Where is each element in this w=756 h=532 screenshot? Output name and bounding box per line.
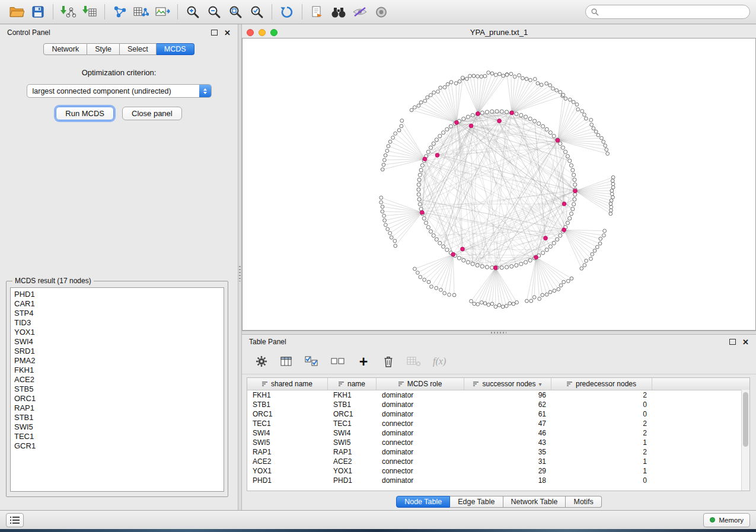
table-row[interactable]: SWI4SWI4dominator462 (247, 428, 749, 438)
table-header: shared namenameMCDS rolesuccessor nodes▾… (247, 378, 749, 390)
table-cell: SWI5 (247, 438, 328, 447)
run-mcds-button[interactable]: Run MCDS (56, 107, 114, 120)
tab-network-table[interactable]: Network Table (503, 496, 566, 508)
export-image-button[interactable] (152, 2, 173, 21)
table-cell: ORC1 (247, 410, 328, 418)
mcds-result-item[interactable]: FKH1 (14, 366, 220, 375)
import-network-from-file-button[interactable] (58, 2, 79, 21)
column-header-predecessor-nodes[interactable]: predecessor nodes (551, 378, 652, 390)
mcds-result-item[interactable]: ORC1 (14, 394, 220, 403)
show-hide-columns-button[interactable] (280, 354, 293, 369)
add-function-button[interactable]: + (357, 354, 370, 369)
float-panel-icon[interactable] (211, 30, 218, 36)
delete-selected-button[interactable] (382, 354, 395, 369)
mcds-result-list[interactable]: PHD1CAR1STP4TID3YOX1SWI4SRD1PMA2FKH1ACE2… (10, 287, 224, 492)
tab-select[interactable]: Select (120, 43, 157, 55)
mcds-result-item[interactable]: GCR1 (14, 441, 220, 451)
mcds-result-item[interactable]: STB5 (14, 384, 220, 394)
table-row[interactable]: ORC1ORC1dominator610 (247, 409, 749, 419)
scrollbar-thumb[interactable] (743, 392, 748, 447)
maximize-window-icon[interactable] (270, 29, 277, 36)
open-session-button[interactable] (6, 2, 27, 21)
new-network-from-table-button[interactable] (130, 2, 152, 21)
criterion-dropdown[interactable]: largest connected component (undirected) (27, 84, 212, 98)
refresh-arrows-icon (280, 5, 294, 19)
network-canvas[interactable] (242, 38, 756, 331)
binoculars-icon (330, 6, 347, 18)
zoom-out-button[interactable] (203, 2, 225, 21)
memory-button[interactable]: Memory (703, 513, 750, 527)
table-row[interactable]: PHD1PHD1dominator180 (247, 476, 749, 485)
hide-graphics-details-button[interactable] (349, 2, 371, 21)
new-network-button[interactable] (109, 2, 130, 21)
task-history-button[interactable] (6, 513, 24, 527)
table-row[interactable]: ACE2ACE2connector311 (247, 457, 749, 466)
zoom-in-button[interactable] (182, 2, 203, 21)
window-controls (247, 29, 277, 36)
tab-network[interactable]: Network (43, 43, 87, 55)
mcds-result-item[interactable]: PMA2 (14, 356, 220, 366)
mcds-result-item[interactable]: PHD1 (14, 290, 220, 299)
deselect-all-button[interactable] (331, 354, 345, 369)
mcds-result-item[interactable]: SRD1 (14, 347, 220, 356)
table-cell: ACE2 (247, 457, 328, 466)
mcds-result-item[interactable]: TID3 (14, 318, 220, 328)
node-table: shared namenameMCDS rolesuccessor nodes▾… (247, 377, 750, 491)
table-cell: dominator (377, 391, 464, 399)
column-header-mcds-role[interactable]: MCDS role (377, 378, 464, 390)
horizontal-splitter[interactable] (242, 331, 756, 335)
table-row[interactable]: STB1STB1dominator620 (247, 400, 749, 409)
search-network-button[interactable] (328, 2, 349, 21)
table-row[interactable]: RAP1RAP1dominator352 (247, 447, 749, 457)
mcds-result-item[interactable]: STP4 (14, 309, 220, 318)
table-row[interactable]: YOX1YOX1connector291 (247, 466, 749, 476)
mcds-result-item[interactable]: YOX1 (14, 328, 220, 337)
toolbar-separator (272, 4, 272, 20)
column-header-shared-name[interactable]: shared name (247, 378, 328, 390)
mcds-result-item[interactable]: SWI5 (14, 422, 220, 432)
mcds-result-item[interactable]: ACE2 (14, 375, 220, 384)
import-table-from-file-button[interactable] (79, 2, 100, 21)
copy-document-button[interactable] (307, 2, 328, 21)
zoom-fit-button[interactable] (225, 2, 246, 21)
mcds-result-item[interactable]: RAP1 (14, 403, 220, 413)
tab-style[interactable]: Style (87, 43, 120, 55)
column-header-successor-nodes[interactable]: successor nodes▾ (464, 378, 551, 390)
close-panel-button[interactable]: Close panel (122, 107, 182, 120)
save-session-button[interactable] (27, 2, 49, 21)
table-cell: dominator (377, 400, 464, 409)
table-cell: SWI4 (247, 429, 328, 437)
close-panel-icon[interactable]: ✕ (742, 338, 749, 346)
vertical-splitter[interactable] (238, 24, 242, 510)
show-graphics-details-button[interactable] (371, 2, 392, 21)
minimize-window-icon[interactable] (259, 29, 266, 36)
column-header-name[interactable]: name (328, 378, 377, 390)
search-box[interactable] (585, 5, 750, 19)
tab-edge-table[interactable]: Edge Table (450, 496, 503, 508)
table-cell: 1 (551, 438, 652, 447)
table-row[interactable]: TEC1TEC1connector472 (247, 419, 749, 428)
table-row[interactable]: SWI5SWI5connector431 (247, 438, 749, 447)
function-builder-button: f(x) (433, 354, 446, 369)
close-window-icon[interactable] (247, 29, 254, 36)
mcds-result-item[interactable]: SWI4 (14, 337, 220, 347)
tab-mcds[interactable]: MCDS (157, 43, 194, 55)
mcds-result-item[interactable]: CAR1 (14, 299, 220, 309)
table-settings-button[interactable] (255, 354, 268, 369)
zoom-selected-button[interactable] (246, 2, 267, 21)
column-filter-icon[interactable]: ▾ (539, 381, 542, 387)
memory-label: Memory (719, 517, 744, 524)
mcds-result-item[interactable]: TEC1 (14, 432, 220, 441)
mcds-result-item[interactable]: STB1 (14, 413, 220, 422)
apply-layout-button[interactable] (276, 2, 298, 21)
float-panel-icon[interactable] (729, 339, 736, 345)
search-input[interactable] (602, 7, 744, 17)
table-row[interactable]: FKH1FKH1dominator962 (247, 390, 749, 400)
tab-motifs[interactable]: Motifs (566, 496, 601, 508)
select-all-button[interactable] (305, 354, 319, 369)
close-panel-icon[interactable]: ✕ (224, 29, 231, 37)
tab-node-table[interactable]: Node Table (396, 496, 450, 508)
zoom-in-icon (186, 5, 200, 19)
table-scrollbar[interactable] (741, 390, 749, 491)
table-cell: 2 (551, 419, 652, 428)
